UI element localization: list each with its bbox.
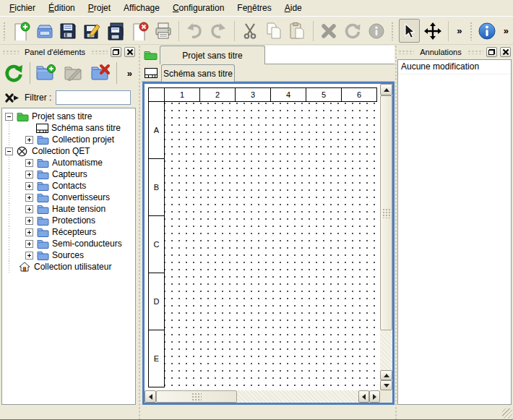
expand-expander-icon[interactable] bbox=[25, 171, 33, 179]
new-project-button[interactable] bbox=[10, 19, 31, 43]
window-resize-grip[interactable] bbox=[502, 408, 512, 419]
expand-expander-icon[interactable] bbox=[25, 252, 33, 260]
clear-filter-button[interactable] bbox=[4, 90, 20, 105]
menu-fenetres[interactable]: Fenêtres bbox=[230, 1, 277, 15]
new-category-button[interactable] bbox=[34, 61, 58, 85]
expand-expander-icon[interactable] bbox=[25, 182, 33, 190]
tree-item-contacts[interactable]: Contacts bbox=[2, 180, 135, 192]
vertical-scrollbar[interactable] bbox=[380, 84, 392, 390]
expand-expander-icon[interactable] bbox=[25, 240, 33, 248]
panel-overflow-button[interactable]: » bbox=[124, 67, 135, 80]
expand-expander-icon[interactable] bbox=[25, 159, 33, 167]
menu-projet[interactable]: Projet bbox=[82, 1, 117, 15]
toolbar-overflow-button[interactable]: » bbox=[454, 24, 465, 38]
dock-grip[interactable] bbox=[91, 49, 108, 54]
menu-affichage[interactable]: Affichage bbox=[117, 1, 166, 15]
tree-item-convertisseurs[interactable]: Convertisseurs bbox=[2, 192, 135, 203]
rotate-icon bbox=[343, 22, 362, 40]
collapse-expander-icon[interactable] bbox=[5, 147, 13, 155]
toolbar-overflow-button-2[interactable]: » bbox=[501, 24, 512, 38]
filter-input[interactable] bbox=[56, 90, 131, 105]
paste-icon bbox=[288, 22, 306, 40]
toolbar-grip[interactable] bbox=[3, 22, 6, 40]
scroll-right-button[interactable] bbox=[369, 390, 380, 403]
tab-schema-sans-titre[interactable]: Schéma sans titre bbox=[161, 64, 235, 82]
expand-expander-icon[interactable] bbox=[25, 217, 33, 225]
element-info-button[interactable] bbox=[366, 19, 387, 43]
horizontal-scroll-track[interactable] bbox=[237, 390, 358, 403]
tree-item-semi-conducteurs[interactable]: Semi-conducteurs bbox=[2, 238, 135, 249]
tree-item-projet-sans-titre[interactable]: Projet sans titre bbox=[2, 111, 135, 122]
tree-item-recepteurs[interactable]: Récepteurs bbox=[2, 226, 135, 238]
undo-list-item[interactable]: Aucune modification bbox=[398, 60, 511, 74]
open-project-button[interactable] bbox=[34, 19, 55, 43]
undo-button[interactable] bbox=[184, 19, 205, 43]
refresh-icon bbox=[4, 63, 24, 83]
redo-button[interactable] bbox=[208, 19, 229, 43]
tab-projet-sans-titre[interactable]: Projet sans titre bbox=[160, 46, 265, 64]
dock-grip[interactable] bbox=[398, 49, 414, 54]
toolbar-grip[interactable] bbox=[470, 22, 473, 40]
column-header-2: 2 bbox=[199, 87, 236, 102]
home-icon bbox=[19, 262, 31, 272]
tree-item-collection-projet[interactable]: Collection projet bbox=[2, 134, 135, 145]
close-document-icon bbox=[130, 22, 149, 40]
horizontal-scrollbar[interactable] bbox=[145, 390, 380, 403]
save-all-button[interactable] bbox=[105, 19, 126, 43]
tree-item-collection-utilisateur[interactable]: Collection utilisateur bbox=[2, 261, 135, 273]
menu-edition[interactable]: Édition bbox=[42, 1, 82, 15]
edit-category-button[interactable] bbox=[61, 61, 85, 85]
expand-expander-icon[interactable] bbox=[25, 205, 33, 213]
tree-item-haute-tension[interactable]: Haute tension bbox=[2, 203, 135, 215]
scroll-left-button[interactable] bbox=[145, 390, 156, 403]
close-project-button[interactable] bbox=[129, 19, 150, 43]
undo-panel-header[interactable]: Annulations bbox=[396, 45, 513, 59]
menu-fichier[interactable]: Fichier bbox=[3, 1, 42, 15]
menu-configuration[interactable]: Configuration bbox=[166, 1, 230, 15]
vertical-scroll-thumb[interactable] bbox=[380, 95, 392, 330]
menu-aide[interactable]: Aide bbox=[278, 1, 309, 15]
scroll-up-button[interactable] bbox=[380, 84, 392, 95]
select-tool-button[interactable] bbox=[399, 19, 420, 43]
tree-item-schema-sans-titre[interactable]: Schéma sans titre bbox=[2, 122, 135, 134]
delete-category-button[interactable] bbox=[89, 61, 113, 85]
close-panel-button[interactable] bbox=[500, 47, 511, 57]
tree-item-sources[interactable]: Sources bbox=[2, 249, 135, 261]
folder-edit-icon bbox=[62, 63, 84, 83]
dock-grip[interactable] bbox=[467, 49, 483, 54]
float-panel-button[interactable] bbox=[111, 47, 121, 57]
scroll-down-button[interactable] bbox=[380, 380, 392, 390]
tree-item-collection-qet[interactable]: Collection QET bbox=[2, 145, 135, 157]
scroll-left-button-2[interactable] bbox=[358, 390, 369, 403]
undo-history-list[interactable]: Aucune modification bbox=[397, 59, 512, 405]
delete-button[interactable] bbox=[319, 19, 340, 43]
rotate-button[interactable] bbox=[342, 19, 363, 43]
elements-panel-header[interactable]: Panel d'éléments bbox=[0, 45, 137, 59]
dock-grip[interactable] bbox=[2, 49, 19, 54]
tree-item-capteurs[interactable]: Capteurs bbox=[2, 168, 135, 180]
copy-button[interactable] bbox=[263, 19, 284, 43]
expand-expander-icon[interactable] bbox=[25, 228, 33, 236]
collapse-expander-icon[interactable] bbox=[5, 113, 13, 121]
save-as-button[interactable] bbox=[82, 19, 103, 43]
expand-expander-icon[interactable] bbox=[25, 194, 33, 202]
elements-tree[interactable]: Projet sans titre Schéma sans titre Coll… bbox=[1, 108, 136, 405]
tree-item-automatisme[interactable]: Automatisme bbox=[2, 157, 135, 168]
close-panel-button[interactable] bbox=[124, 47, 135, 57]
schema-canvas[interactable]: 1 2 3 4 5 6 A B C D E bbox=[145, 84, 380, 390]
vertical-scroll-track[interactable] bbox=[380, 330, 392, 370]
expand-expander-icon[interactable] bbox=[25, 136, 33, 144]
print-button[interactable] bbox=[152, 19, 173, 43]
move-tool-button[interactable] bbox=[423, 19, 444, 43]
toolbar-grip[interactable] bbox=[391, 22, 394, 40]
cut-button[interactable] bbox=[239, 19, 260, 43]
reload-collections-button[interactable] bbox=[2, 61, 26, 85]
paste-button[interactable] bbox=[287, 19, 308, 43]
float-panel-button[interactable] bbox=[486, 47, 497, 57]
tree-item-protections[interactable]: Protections bbox=[2, 215, 135, 226]
scroll-up-button-2[interactable] bbox=[380, 370, 392, 380]
blue-folder-icon bbox=[37, 134, 49, 145]
about-button[interactable] bbox=[477, 19, 498, 43]
save-button[interactable] bbox=[58, 19, 79, 43]
horizontal-scroll-thumb[interactable] bbox=[156, 390, 237, 403]
